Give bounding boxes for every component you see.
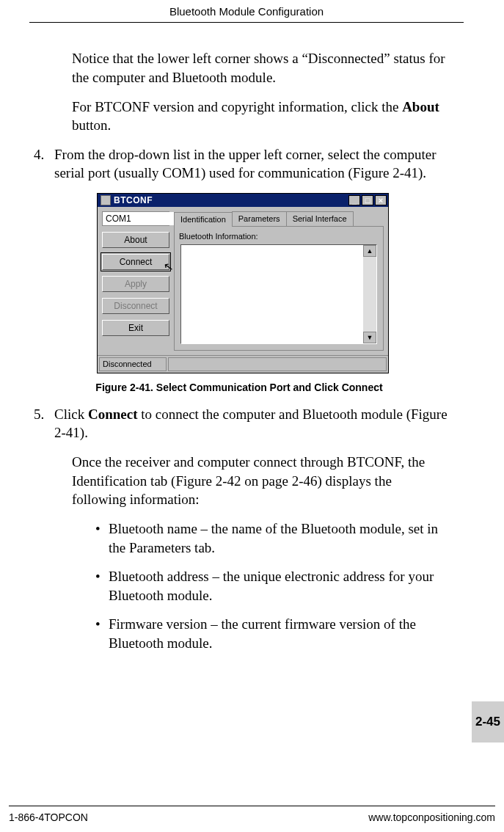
tab-identification[interactable]: Identification — [174, 212, 233, 227]
text: Click — [54, 406, 88, 422]
running-header: Bluetooth Module Configuration — [22, 0, 471, 22]
step-number: 5. — [29, 405, 54, 442]
step-text: From the drop-down list in the upper lef… — [54, 145, 449, 183]
bullet-bt-name: • Bluetooth name – the name of the Bluet… — [95, 519, 449, 557]
bullet-bt-address: • Bluetooth address – the unique electro… — [95, 567, 449, 605]
btconf-window: BTCONF _ □ × ▼ About — [97, 193, 389, 373]
maximize-button[interactable]: □ — [362, 195, 373, 205]
scroll-up-icon[interactable]: ▲ — [363, 245, 376, 257]
footer-rule — [9, 806, 495, 806]
bullet-text: Bluetooth name – the name of the Bluetoo… — [109, 519, 449, 557]
paragraph-about-button: For BTCONF version and copyright informa… — [72, 98, 449, 135]
about-bold: About — [402, 99, 439, 114]
com-port-select[interactable]: ▼ — [102, 211, 169, 226]
paragraph-disconnected-note: Notice that the lower left corner shows … — [72, 49, 449, 87]
panel-label: Bluetooth Information: — [179, 231, 379, 242]
paragraph-identification-info: Once the receiver and computer connect t… — [72, 453, 449, 509]
exit-button[interactable]: Exit — [102, 320, 169, 336]
app-icon — [101, 195, 111, 205]
step-number: 4. — [29, 145, 54, 183]
connect-bold: Connect — [88, 406, 138, 422]
cursor-icon: ↖ — [162, 258, 175, 276]
titlebar: BTCONF _ □ × — [98, 194, 388, 207]
tab-parameters[interactable]: Parameters — [232, 211, 287, 226]
header-rule — [29, 22, 464, 23]
step-text: Click Connect to connect the computer an… — [54, 405, 449, 442]
scrollbar[interactable]: ▲ ▼ — [363, 245, 376, 343]
figure-2-41: BTCONF _ □ × ▼ About — [97, 193, 449, 373]
text: button. — [72, 117, 111, 133]
bullet-firmware: • Firmware version – the current firmwar… — [95, 615, 449, 652]
bullet-text: Bluetooth address – the unique electroni… — [109, 567, 449, 605]
step-4: 4. From the drop-down list in the upper … — [29, 145, 449, 183]
close-button[interactable]: × — [375, 195, 387, 205]
page-number-tab: 2-45 — [472, 701, 504, 742]
scroll-down-icon[interactable]: ▼ — [363, 332, 376, 343]
apply-button[interactable]: Apply — [102, 276, 169, 292]
disconnect-button[interactable]: Disconnect — [102, 298, 169, 314]
status-bar: Disconnected — [98, 355, 388, 373]
status-spacer — [168, 357, 387, 371]
bullet-dot: • — [95, 615, 109, 652]
window-title: BTCONF — [114, 194, 348, 206]
tab-panel: Bluetooth Information: ▲ ▼ — [174, 226, 384, 351]
figure-caption: Figure 2-41. Select Communication Port a… — [59, 381, 420, 395]
bullet-text: Firmware version – the current firmware … — [109, 615, 449, 652]
bullet-dot: • — [95, 567, 109, 605]
bullet-dot: • — [95, 519, 109, 557]
connect-label: Connect — [120, 256, 153, 268]
tab-serial-interface[interactable]: Serial Interface — [286, 211, 354, 226]
text: For BTCONF version and copyright informa… — [72, 99, 402, 114]
step-5: 5. Click Connect to connect the computer… — [29, 405, 449, 442]
about-button[interactable]: About — [102, 232, 169, 248]
minimize-button[interactable]: _ — [348, 195, 360, 205]
footer-url: www.topconpositioning.com — [368, 811, 495, 825]
status-text: Disconnected — [99, 357, 167, 371]
footer-phone: 1-866-4TOPCON — [9, 811, 88, 825]
info-textarea: ▲ ▼ — [180, 244, 377, 344]
connect-button[interactable]: Connect ↖ — [102, 254, 169, 270]
